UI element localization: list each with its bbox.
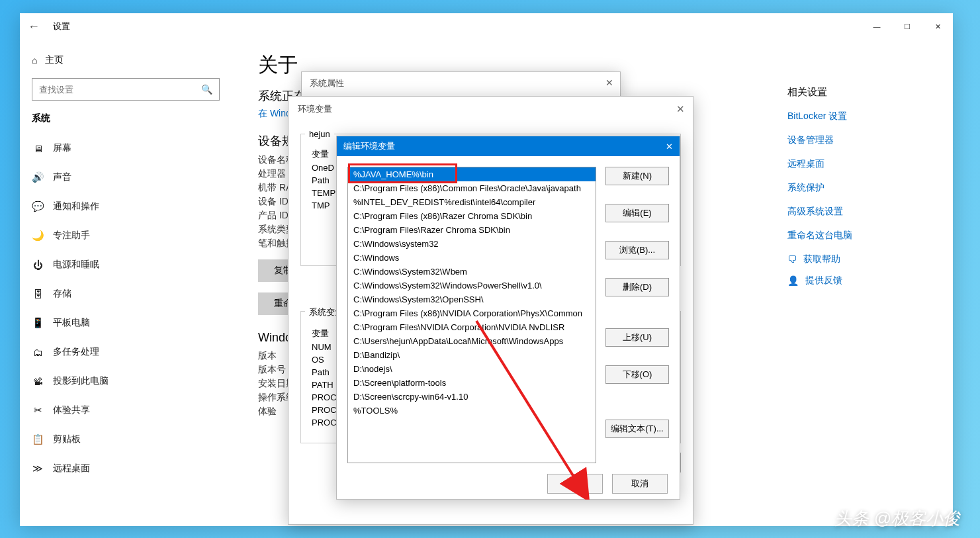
search-icon: 🔍 — [201, 84, 212, 95]
nav-label: 存储 — [53, 288, 71, 300]
path-entry[interactable]: %TOOLS% — [348, 404, 596, 418]
nav-label: 剪贴板 — [53, 433, 81, 445]
path-entry[interactable]: D:\Screen\scrcpy-win64-v1.10 — [348, 390, 596, 404]
nav-label: 多任务处理 — [53, 346, 99, 358]
path-entry[interactable]: C:\Windows — [348, 251, 596, 265]
path-entry[interactable]: C:\Program Files (x86)\Razer Chroma SDK\… — [348, 209, 596, 223]
user-vars-label: hejun — [305, 128, 334, 140]
path-entry[interactable]: %INTEL_DEV_REDIST%redist\intel64\compile… — [348, 195, 596, 209]
related-link[interactable]: 设备管理器 — [787, 134, 933, 146]
nav-label: 电源和睡眠 — [53, 259, 99, 271]
help-label: 获取帮助 — [803, 253, 840, 265]
related-link[interactable]: 远程桌面 — [787, 158, 933, 170]
path-entry[interactable]: C:\Users\hejun\AppData\Local\Microsoft\W… — [348, 334, 596, 348]
path-entry[interactable]: C:\Program Files (x86)\NVIDIA Corporatio… — [348, 306, 596, 320]
path-entry[interactable]: C:\Windows\System32\Wbem — [348, 265, 596, 279]
close-button[interactable]: ✕ — [922, 13, 953, 40]
nav-label: 通知和操作 — [53, 201, 99, 212]
editenv-title: 编辑环境变量 — [343, 140, 395, 152]
path-entry[interactable]: C:\Program Files\Razer Chroma SDK\bin — [348, 223, 596, 237]
related-link[interactable]: 系统保护 — [787, 182, 933, 194]
nav-icon: 📋 — [32, 433, 44, 445]
path-entry[interactable]: D:\Bandizip\ — [348, 348, 596, 362]
sidebar-item-5[interactable]: 🗄存储 — [32, 279, 220, 308]
nav-label: 远程桌面 — [53, 463, 90, 474]
nav-label: 声音 — [53, 171, 71, 183]
watermark: 头条 @极客小俊 — [834, 507, 960, 530]
editenv-close-icon[interactable]: ✕ — [666, 142, 673, 152]
path-entry[interactable]: D:\nodejs\ — [348, 362, 596, 376]
movedown-button[interactable]: 下移(O) — [605, 365, 669, 384]
path-entry[interactable]: C:\Program Files\NVIDIA Corporation\NVID… — [348, 320, 596, 334]
editenv-cancel-button[interactable]: 取消 — [612, 474, 668, 494]
related-link[interactable]: 高级系统设置 — [787, 206, 933, 218]
path-entry[interactable]: C:\Program Files (x86)\Common Files\Orac… — [348, 181, 596, 195]
maximize-button[interactable]: ☐ — [892, 13, 922, 40]
nav-icon: 🗄 — [32, 289, 44, 300]
moveup-button[interactable]: 上移(U) — [605, 328, 669, 347]
sidebar-item-0[interactable]: 🖥屏幕 — [32, 134, 220, 163]
sidebar-item-4[interactable]: ⏻电源和睡眠 — [32, 250, 220, 279]
search-box[interactable]: 🔍 — [32, 78, 220, 101]
path-entry[interactable]: C:\Windows\System32\WindowsPowerShell\v1… — [348, 279, 596, 292]
editenv-ok-button[interactable]: 确定 — [547, 474, 603, 494]
nav-icon: ≫ — [32, 463, 44, 474]
sidebar-item-6[interactable]: 📱平板电脑 — [32, 308, 220, 337]
back-icon[interactable]: ← — [28, 20, 40, 34]
sidebar-item-7[interactable]: 🗂多任务处理 — [32, 337, 220, 367]
system-properties-dialog: 系统属性 ✕ — [301, 71, 621, 97]
delete-button[interactable]: 删除(D) — [605, 278, 669, 296]
nav-icon: 🖥 — [32, 143, 44, 154]
sysprops-title: 系统属性 — [302, 72, 620, 95]
search-input[interactable] — [39, 85, 201, 95]
sidebar-item-1[interactable]: 🔊声音 — [32, 163, 220, 192]
related-link[interactable]: BitLocker 设置 — [787, 111, 933, 122]
sidebar: ⌂ 主页 🔍 系统 🖥屏幕🔊声音💬通知和操作🌙专注助手⏻电源和睡眠🗄存储📱平板电… — [20, 40, 232, 526]
titlebar: ← 设置 — ☐ ✕ — [20, 13, 953, 40]
sidebar-item-3[interactable]: 🌙专注助手 — [32, 221, 220, 250]
feedback-link[interactable]: 👤 提供反馈 — [787, 275, 933, 287]
path-entry[interactable]: C:\Windows\System32\OpenSSH\ — [348, 292, 596, 306]
path-entry[interactable]: C:\Windows\system32 — [348, 237, 596, 251]
sidebar-category: 系统 — [32, 112, 220, 124]
nav-icon: 🔊 — [32, 171, 44, 183]
path-entry[interactable]: D:\Screen\platform-tools — [348, 376, 596, 390]
sidebar-item-11[interactable]: ≫远程桌面 — [32, 454, 220, 483]
home-link[interactable]: ⌂ 主页 — [32, 54, 220, 66]
related-title: 相关设置 — [787, 86, 933, 99]
envdialog-title: 环境变量 — [289, 97, 693, 122]
home-label: 主页 — [45, 54, 64, 66]
sidebar-item-9[interactable]: ✂体验共享 — [32, 396, 220, 425]
envdialog-close-icon[interactable]: ✕ — [676, 103, 685, 115]
edit-env-dialog: 编辑环境变量 ✕ %JAVA_HOME%\binC:\Program Files… — [336, 136, 680, 500]
nav-icon: 🗂 — [32, 347, 44, 358]
new-button[interactable]: 新建(N) — [605, 167, 669, 185]
nav-label: 平板电脑 — [53, 317, 90, 329]
edit-button[interactable]: 编辑(E) — [605, 204, 669, 222]
browse-button[interactable]: 浏览(B)... — [605, 241, 669, 259]
nav-label: 专注助手 — [53, 230, 90, 242]
nav-icon: ⏻ — [32, 259, 44, 271]
related-settings: 相关设置 BitLocker 设置设备管理器远程桌面系统保护高级系统设置重命名这… — [787, 86, 933, 296]
get-help-link[interactable]: 🗨 获取帮助 — [787, 253, 933, 265]
nav-icon: 📽 — [32, 376, 44, 387]
help-icon: 🗨 — [787, 254, 797, 265]
path-entry[interactable]: %JAVA_HOME%\bin — [348, 167, 596, 181]
feedback-label: 提供反馈 — [805, 275, 842, 287]
home-icon: ⌂ — [32, 55, 37, 66]
nav-icon: ✂ — [32, 404, 44, 416]
sidebar-item-8[interactable]: 📽投影到此电脑 — [32, 367, 220, 396]
nav-icon: 🌙 — [32, 230, 44, 242]
nav-icon: 💬 — [32, 201, 44, 212]
path-list[interactable]: %JAVA_HOME%\binC:\Program Files (x86)\Co… — [347, 167, 596, 463]
minimize-button[interactable]: — — [862, 13, 892, 40]
sidebar-item-2[interactable]: 💬通知和操作 — [32, 192, 220, 221]
edittext-button[interactable]: 编辑文本(T)... — [605, 420, 669, 438]
nav-label: 屏幕 — [53, 142, 71, 154]
sidebar-item-10[interactable]: 📋剪贴板 — [32, 425, 220, 454]
feedback-icon: 👤 — [787, 275, 799, 286]
window-title: 设置 — [53, 21, 70, 32]
related-link[interactable]: 重命名这台电脑 — [787, 230, 933, 242]
sysprops-close-icon[interactable]: ✕ — [605, 77, 613, 88]
nav-label: 投影到此电脑 — [53, 375, 109, 387]
